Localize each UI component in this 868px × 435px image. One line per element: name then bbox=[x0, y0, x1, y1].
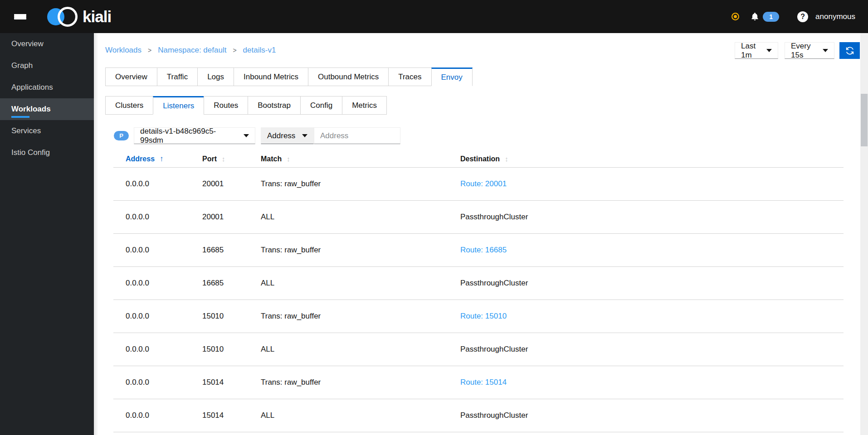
table-row: 0.0.0.0 15014 Trans: raw_buffer Route: 1… bbox=[113, 366, 844, 399]
cell-address: 0.0.0.0 bbox=[126, 312, 202, 321]
table-body: 0.0.0.0 20001 Trans: raw_buffer Route: 2… bbox=[113, 168, 844, 432]
tab-inbound-metrics[interactable]: Inbound Metrics bbox=[234, 68, 308, 86]
tab-bootstrap[interactable]: Bootstrap bbox=[248, 96, 301, 115]
tab-listeners[interactable]: Listeners bbox=[153, 96, 204, 115]
hamburger-menu-button[interactable] bbox=[11, 11, 29, 22]
cell-port: 16685 bbox=[202, 246, 261, 255]
filter-type-select[interactable]: Address bbox=[261, 127, 314, 144]
workload-tabs: Overview Traffic Logs Inbound Metrics Ou… bbox=[105, 68, 473, 86]
cell-match: ALL bbox=[261, 279, 460, 288]
cell-match: ALL bbox=[261, 213, 460, 222]
table-row: 0.0.0.0 16685 Trans: raw_buffer Route: 1… bbox=[113, 234, 844, 267]
column-header-match[interactable]: Match ↕ bbox=[261, 155, 460, 163]
breadcrumb-separator: > bbox=[148, 47, 151, 54]
cell-match: ALL bbox=[261, 411, 460, 420]
address-filter-input[interactable] bbox=[314, 127, 400, 144]
tab-routes[interactable]: Routes bbox=[204, 96, 248, 115]
caret-down-icon bbox=[766, 49, 772, 52]
column-header-port[interactable]: Port ↕ bbox=[202, 155, 261, 163]
tab-logs[interactable]: Logs bbox=[197, 68, 234, 86]
help-button[interactable]: ? bbox=[797, 11, 808, 22]
sort-asc-icon: ↑ bbox=[160, 155, 164, 164]
notification-count-badge[interactable]: 1 bbox=[763, 12, 779, 22]
table-row: 0.0.0.0 20001 ALL PassthroughCluster bbox=[113, 201, 844, 234]
caret-down-icon bbox=[302, 134, 307, 137]
scrollbar-thumb[interactable] bbox=[861, 94, 868, 146]
cell-match: ALL bbox=[261, 345, 460, 354]
cell-address: 0.0.0.0 bbox=[126, 213, 202, 222]
sidebar: Overview Graph Applications Workloads Se… bbox=[0, 33, 94, 435]
tab-metrics[interactable]: Metrics bbox=[342, 96, 387, 115]
tab-overview[interactable]: Overview bbox=[105, 68, 157, 86]
route-link[interactable]: Route: 20001 bbox=[460, 179, 844, 188]
breadcrumb-separator: > bbox=[233, 47, 236, 54]
tab-traffic[interactable]: Traffic bbox=[157, 68, 198, 86]
caret-down-icon bbox=[244, 134, 249, 137]
sort-icon: ↕ bbox=[287, 155, 290, 163]
table-row: 0.0.0.0 16685 ALL PassthroughCluster bbox=[113, 267, 844, 300]
mesh-status-icon[interactable] bbox=[731, 13, 739, 20]
cell-address: 0.0.0.0 bbox=[126, 246, 202, 255]
cell-address: 0.0.0.0 bbox=[126, 345, 202, 354]
column-header-address[interactable]: Address ↑ bbox=[126, 155, 202, 164]
pod-select[interactable]: details-v1-b48c969c5-99sdm bbox=[134, 127, 255, 144]
tab-envoy[interactable]: Envoy bbox=[431, 68, 473, 86]
sidebar-item-applications[interactable]: Applications bbox=[0, 77, 94, 98]
sidebar-item-overview[interactable]: Overview bbox=[0, 33, 94, 55]
refresh-button[interactable] bbox=[839, 42, 860, 59]
breadcrumb-workloads[interactable]: Workloads bbox=[105, 46, 141, 55]
cell-match: Trans: raw_buffer bbox=[261, 378, 460, 387]
breadcrumb-namespace[interactable]: Namespace: default bbox=[158, 46, 226, 55]
sidebar-item-graph[interactable]: Graph bbox=[0, 55, 94, 77]
cell-port: 20001 bbox=[202, 213, 261, 222]
kiali-logo-icon bbox=[47, 6, 78, 27]
sidebar-item-workloads[interactable]: Workloads bbox=[0, 98, 94, 120]
cell-address: 0.0.0.0 bbox=[126, 411, 202, 420]
envoy-tabs: Clusters Listeners Routes Bootstrap Conf… bbox=[105, 96, 387, 115]
filter-toolbar: P details-v1-b48c969c5-99sdm Address bbox=[114, 127, 868, 144]
table-header: Address ↑ Port ↕ Match ↕ Destination ↕ bbox=[113, 150, 844, 168]
table-row: 0.0.0.0 15010 Trans: raw_buffer Route: 1… bbox=[113, 300, 844, 333]
pod-badge: P bbox=[114, 131, 129, 140]
tab-outbound-metrics[interactable]: Outbound Metrics bbox=[308, 68, 389, 86]
breadcrumb: Workloads > Namespace: default > details… bbox=[105, 46, 276, 55]
caret-down-icon bbox=[823, 49, 828, 52]
cell-port: 15014 bbox=[202, 378, 261, 387]
route-link[interactable]: Route: 15010 bbox=[460, 312, 844, 321]
vertical-scrollbar[interactable] bbox=[860, 33, 868, 435]
refresh-icon bbox=[845, 46, 854, 55]
route-link[interactable]: Route: 16685 bbox=[460, 246, 844, 255]
kiali-logo[interactable]: kiali bbox=[47, 6, 111, 27]
cell-port: 15010 bbox=[202, 312, 261, 321]
page-header: Workloads > Namespace: default > details… bbox=[94, 33, 868, 59]
notifications-button[interactable]: 1 bbox=[750, 11, 779, 22]
tab-clusters[interactable]: Clusters bbox=[105, 96, 153, 115]
masthead: kiali 1 ? anonymous bbox=[0, 0, 868, 33]
cell-port: 15010 bbox=[202, 345, 261, 354]
cell-destination: PassthroughCluster bbox=[460, 213, 844, 222]
cell-address: 0.0.0.0 bbox=[126, 179, 202, 188]
user-menu[interactable]: anonymous bbox=[815, 12, 855, 21]
cell-destination: PassthroughCluster bbox=[460, 345, 844, 354]
listeners-table: Address ↑ Port ↕ Match ↕ Destination ↕ 0… bbox=[113, 150, 844, 432]
refresh-interval-select[interactable]: Every 15s bbox=[785, 42, 834, 59]
tab-config[interactable]: Config bbox=[300, 96, 342, 115]
column-header-destination[interactable]: Destination ↕ bbox=[460, 155, 844, 163]
cell-destination: PassthroughCluster bbox=[460, 411, 844, 420]
time-toolbar: Last 1m Every 15s bbox=[735, 42, 860, 59]
cell-match: Trans: raw_buffer bbox=[261, 246, 460, 255]
sidebar-item-istio-config[interactable]: Istio Config bbox=[0, 142, 94, 164]
cell-address: 0.0.0.0 bbox=[126, 378, 202, 387]
route-link[interactable]: Route: 15014 bbox=[460, 378, 844, 387]
cell-port: 20001 bbox=[202, 179, 261, 188]
sidebar-item-services[interactable]: Services bbox=[0, 120, 94, 142]
duration-select[interactable]: Last 1m bbox=[735, 42, 778, 59]
sort-icon: ↕ bbox=[505, 155, 508, 163]
hamburger-icon bbox=[14, 14, 26, 19]
breadcrumb-workload-name[interactable]: details-v1 bbox=[243, 46, 276, 55]
cell-port: 15014 bbox=[202, 411, 261, 420]
question-mark-icon: ? bbox=[800, 13, 805, 21]
cell-address: 0.0.0.0 bbox=[126, 279, 202, 288]
tab-traces[interactable]: Traces bbox=[388, 68, 431, 86]
table-row: 0.0.0.0 20001 Trans: raw_buffer Route: 2… bbox=[113, 168, 844, 201]
